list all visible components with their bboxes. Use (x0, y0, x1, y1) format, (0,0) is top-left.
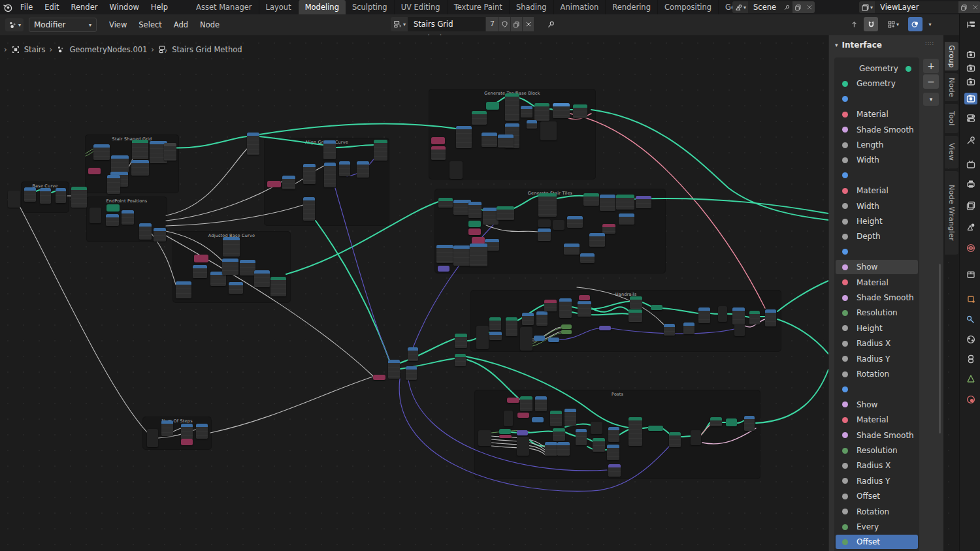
sidebar-row-depth[interactable]: Depth (836, 229, 918, 244)
constraints-properties-icon[interactable] (964, 353, 977, 365)
remove-socket-button[interactable]: − (923, 74, 939, 89)
node[interactable] (468, 221, 481, 227)
node[interactable] (408, 347, 418, 361)
sidebar-row-width[interactable]: Width (836, 199, 918, 213)
node[interactable] (616, 195, 634, 210)
node[interactable] (744, 416, 755, 431)
panel-grip-icon[interactable]: ∷∷ (926, 40, 934, 47)
editor-menu-select[interactable]: Select (133, 18, 167, 32)
node[interactable] (553, 103, 570, 118)
region-tab-view[interactable]: View (945, 136, 958, 168)
node[interactable] (455, 334, 467, 348)
node[interactable] (90, 208, 101, 223)
node[interactable] (580, 253, 595, 263)
sidebar-row-shade-smooth[interactable]: Shade Smooth (836, 123, 918, 137)
node[interactable] (196, 424, 208, 439)
node[interactable] (521, 106, 532, 118)
sidebar-row-radius-y[interactable]: Radius Y (836, 352, 918, 366)
new-copy-button[interactable] (510, 17, 522, 31)
node[interactable] (303, 164, 316, 184)
node[interactable] (559, 298, 572, 318)
sidebar-row-length[interactable]: Length (836, 138, 918, 152)
node[interactable] (131, 160, 149, 176)
node[interactable] (303, 197, 315, 221)
node[interactable] (629, 417, 642, 446)
node[interactable] (540, 121, 557, 140)
duplicate-icon[interactable] (792, 1, 804, 13)
camera-icon[interactable] (964, 76, 977, 87)
workspace-tab-rendering[interactable]: Rendering (606, 0, 658, 14)
node[interactable] (505, 93, 519, 121)
node[interactable] (139, 223, 152, 240)
node[interactable] (357, 161, 369, 178)
node[interactable] (726, 418, 737, 426)
camera-icon[interactable] (964, 62, 977, 74)
sidebar-row-offset[interactable]: Offset (836, 489, 918, 503)
node[interactable] (107, 175, 120, 194)
menu-render[interactable]: Render (65, 0, 104, 14)
workspace-tab-sculpting[interactable]: Sculpting (346, 0, 395, 14)
node[interactable] (247, 133, 259, 155)
overlays-toggle-button[interactable] (908, 17, 923, 31)
node[interactable] (538, 228, 551, 241)
node[interactable] (194, 255, 208, 262)
sidebar-row-panel[interactable] (836, 92, 918, 106)
region-tab-group[interactable]: Group (945, 42, 958, 71)
node[interactable] (648, 426, 663, 431)
tool-settings-icon[interactable] (964, 112, 977, 124)
node[interactable] (499, 429, 511, 434)
node[interactable] (576, 429, 587, 445)
blender-logo-icon[interactable] (0, 0, 14, 14)
breadcrumb-node-tree[interactable]: Stairs Grid Method (172, 45, 242, 54)
node[interactable] (270, 277, 286, 296)
node[interactable] (651, 305, 662, 310)
node[interactable] (561, 330, 572, 334)
node[interactable] (339, 161, 350, 176)
node[interactable] (499, 435, 512, 438)
physics-properties-icon[interactable] (964, 334, 977, 345)
unlink-close-button[interactable] (522, 17, 534, 31)
node[interactable] (482, 133, 497, 147)
node[interactable] (599, 326, 611, 330)
socket-options-dropdown[interactable]: ▾ (923, 93, 939, 106)
go-to-parent-tree-button[interactable] (847, 17, 861, 31)
node[interactable] (517, 437, 529, 456)
snap-magnet-button[interactable] (864, 17, 878, 31)
collection-properties-icon[interactable] (964, 268, 977, 280)
close-icon[interactable] (804, 1, 815, 13)
render-properties-icon[interactable] (964, 48, 977, 60)
workspace-tab-modeling[interactable]: Modeling (299, 0, 346, 14)
node[interactable] (520, 396, 532, 411)
sidebar-row-offset[interactable]: Offset (836, 535, 918, 549)
node[interactable] (406, 366, 417, 380)
node[interactable] (573, 104, 587, 118)
sidebar-row-rotation[interactable]: Rotation (836, 505, 918, 519)
viewlayer-selector[interactable]: ▾ ViewLayer (859, 1, 980, 13)
menu-file[interactable]: File (14, 0, 39, 14)
node[interactable] (567, 216, 583, 228)
region-tab-tool[interactable]: Tool (945, 104, 958, 133)
node[interactable] (698, 307, 710, 323)
node[interactable] (223, 237, 240, 257)
node[interactable] (636, 196, 651, 208)
sidebar-row-width[interactable]: Width (836, 153, 918, 167)
node[interactable] (478, 430, 491, 446)
node[interactable] (453, 245, 470, 266)
node[interactable] (181, 439, 193, 445)
node[interactable] (472, 111, 487, 125)
node[interactable] (591, 422, 602, 434)
node[interactable] (564, 409, 576, 426)
sidebar-row-resolution[interactable]: Resolution (836, 306, 918, 320)
node[interactable] (553, 220, 564, 230)
pin-icon[interactable] (547, 20, 555, 29)
node[interactable] (88, 168, 101, 174)
sidebar-row-show[interactable]: Show (836, 398, 918, 412)
workspace-tab-shading[interactable]: Shading (510, 0, 554, 14)
node[interactable] (607, 445, 619, 460)
node-group-name-field[interactable]: Stairs Grid Method (408, 17, 485, 31)
world-properties-icon[interactable] (964, 242, 977, 254)
fake-user-shield-button[interactable] (498, 17, 510, 31)
workspace-tab-compositing[interactable]: Compositing (658, 0, 719, 14)
scene-browse-icon[interactable]: ▾ (732, 1, 748, 13)
properties-editor-type-icon[interactable] (964, 19, 977, 31)
